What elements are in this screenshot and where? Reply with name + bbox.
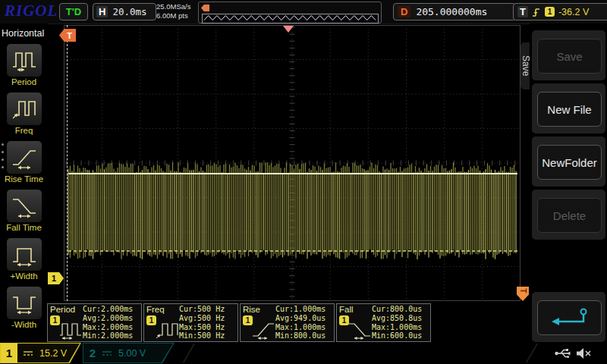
channel2-badge: 2 [83,347,102,359]
trigger-readout-box[interactable]: T 1 -36.2 V [513,3,607,20]
measurement-name: Rise [243,305,260,314]
channel1-badge: 1 [1,344,17,362]
measure-freq-label: Freq [0,126,48,135]
delay-value: 205.000000ms [416,6,487,17]
save-soft-menu: Save New File NewFolder Delete [530,24,607,345]
oscilloscope-screen: RIGOL T'D H 20.0ms 25.0MSa/s 6.00M pts D… [0,0,607,364]
trigger-position-marker[interactable]: T [59,29,76,42]
rise-time-icon [11,146,37,170]
fall-measure-icon [348,319,371,340]
measure-neg-width-button[interactable] [6,286,42,320]
dc-coupling-icon [102,350,114,357]
measurement-name: Freq [146,305,165,314]
trigger-label: T [517,6,528,17]
measurement-row: Max:2.000ms [83,323,142,332]
new-file-button[interactable]: New File [537,92,602,127]
measure-period-label: Period [0,77,48,86]
measurement-row: Min:800.0us [275,331,335,340]
delete-button[interactable]: Delete [537,198,602,233]
menu-page-dot [2,158,4,161]
menu-page-dot [2,151,4,153]
negative-width-icon [11,291,37,315]
measurement-row: Max:500 Hz [179,323,238,332]
measurement-row: Avg:949.0us [275,314,335,323]
return-button[interactable] [537,300,602,335]
measure-rise-time-button[interactable] [6,140,42,174]
measurement-row: Cur:2.000ms [83,305,142,314]
measure-left-menu: Horizontal Period Freq Rise Time [0,24,48,343]
measurement-row: Cur:500 Hz [179,305,238,314]
measure-period-button[interactable] [6,43,42,77]
measurement-panel-freq[interactable]: Freq 1 Cur:500 Hz Avg:500 Hz Max:500 Hz … [143,303,238,342]
status-separator [526,344,538,362]
measurement-name: Fall [339,305,354,314]
measurement-row: Max:1.000ms [275,323,335,332]
sample-rate: 25.0MSa/s [156,2,203,11]
measure-fall-time-button[interactable] [6,189,42,223]
channel-status-bar: 1 15.2 V 2 5.00 V [0,343,607,364]
horizontal-timebase-box[interactable]: H 20.0ms [93,3,156,20]
measure-rise-time-label: Rise Time [0,174,48,184]
measurement-row: Max:1.000ms [372,323,431,332]
measurement-panel-fall[interactable]: Fall 1 Cur:800.0us Avg:850.8us Max:1.000… [336,303,431,342]
trigger-position-line [67,25,68,301]
delay-readout-box[interactable]: D 205.000000ms [393,3,516,20]
channel2-scale: 5.00 V [118,348,146,359]
waveform-preview [202,14,379,24]
period-measure-icon [59,319,82,340]
trigger-position-flag-icon[interactable] [201,5,209,11]
positive-width-icon [11,243,37,267]
fall-time-icon [11,194,37,218]
rising-edge-icon [532,7,541,17]
menu-page-dot [2,166,4,168]
measurement-row: Avg:500 Hz [179,314,238,323]
rigol-logo: RIGOL [5,2,58,20]
measurement-panel-rise[interactable]: Rise 1 Cur:1.000ms Avg:949.0us Max:1.000… [240,303,335,342]
graticule [64,25,521,301]
timebase-value: 20.0ms [112,6,146,17]
measurement-row: Cur:1.000ms [275,305,335,314]
period-waveform-icon [11,49,37,73]
measurement-row: Avg:2.000ms [83,314,142,323]
waveform-display-area: T 1 T [64,25,521,301]
usb-icon [554,347,574,360]
channel1-ground-marker[interactable]: 1 [48,272,64,284]
dc-coupling-icon [23,350,35,357]
measurement-row: Cur:800.0us [372,305,431,314]
menu-page-dot [2,143,4,146]
horizontal-label: H [96,6,108,17]
channel-separator [183,344,195,362]
save-button[interactable]: Save [537,39,602,74]
measurement-name: Period [50,305,75,314]
new-folder-button[interactable]: NewFolder [537,145,602,180]
measurement-row: Avg:850.8us [372,314,431,323]
measure-fall-time-label: Fall Time [0,223,48,232]
memory-depth: 6.00M pts [156,11,203,20]
rise-measure-icon [252,319,275,340]
measurement-panel-period[interactable]: Period 1 Cur:2.000ms Avg:2.000ms Max:2.0… [47,303,142,342]
freq-waveform-icon [11,97,37,121]
measure-pos-width-label: +Width [0,271,48,281]
measure-neg-width-label: -Width [0,320,48,329]
trigger-source-badge: 1 [545,7,555,17]
channel2-tab[interactable]: 2 5.00 V [83,343,175,363]
trigger-status-button[interactable]: T'D [59,3,88,20]
speaker-muted-icon [575,347,593,360]
channel1-scale: 15.2 V [39,348,67,359]
measure-pos-width-button[interactable] [6,237,42,271]
measurement-row: Min:600.0us [372,331,431,340]
waveform-position-bar[interactable] [198,2,382,24]
delay-position-triangle[interactable] [283,26,294,33]
measurement-row: Min:2.000ms [83,331,142,340]
acquisition-info: 25.0MSa/s 6.00M pts [156,2,203,20]
trigger-level-value: -36.2 V [558,7,589,17]
top-status-bar: RIGOL T'D H 20.0ms 25.0MSa/s 6.00M pts D… [0,0,607,24]
measure-freq-button[interactable] [6,92,42,126]
return-arrow-icon [546,306,594,330]
delay-label: D [398,6,410,17]
channel1-tab[interactable]: 1 15.2 V [0,343,81,363]
freq-measure-icon [156,319,178,340]
measurement-row: Min:500 Hz [179,331,238,340]
left-menu-title: Horizontal [2,28,47,39]
